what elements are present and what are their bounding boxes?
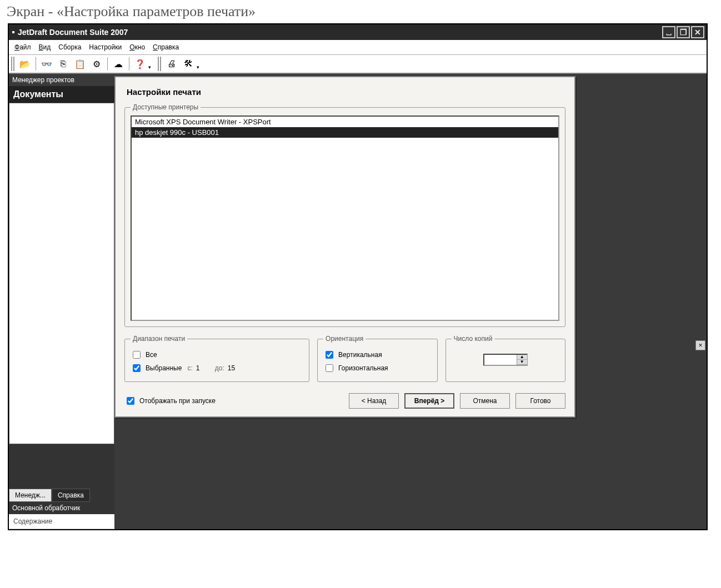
- menubar: Файл Вид Сборка Настройки Окно Справка: [9, 40, 707, 55]
- range-from-label: с:: [187, 364, 192, 372]
- toolbar: 📂 👓 ⎘ 📋 ⚙ ☁ ❓ ▾ 🖨 🛠 ▾: [9, 55, 707, 74]
- sidebar-tabs: Менедж... Справка: [9, 489, 114, 502]
- client-area: Менеджер проектов Документы Менедж... Сп…: [9, 74, 707, 529]
- tab-help[interactable]: Справка: [52, 489, 90, 502]
- app-window: JetDraft Document Suite 2007 ⎵ ❐ ✕ Файл …: [8, 23, 708, 530]
- separator: [36, 57, 36, 71]
- documents-heading: Документы: [9, 86, 114, 103]
- range-all-checkbox[interactable]: Все: [131, 349, 303, 360]
- range-selected-label: Выбранные: [146, 364, 182, 372]
- toolbar-paste-icon[interactable]: 📋: [73, 57, 87, 71]
- documents-tree[interactable]: [9, 103, 114, 444]
- options-row: Диапазон печати Все Выбранные с: 1 до:: [124, 335, 565, 382]
- copies-spinner[interactable]: ▲ ▼: [483, 354, 528, 366]
- range-selected-checkbox[interactable]: Выбранные с: 1 до: 15: [131, 363, 303, 374]
- next-button[interactable]: Вперёд >: [404, 393, 454, 409]
- range-to-label: до:: [215, 364, 224, 372]
- separator: [107, 57, 108, 71]
- printers-fieldset: Доступные принтеры Microsoft XPS Documen…: [124, 103, 565, 327]
- toolbar-cloud-icon[interactable]: ☁: [111, 57, 126, 71]
- orientation-horizontal-input[interactable]: [326, 364, 333, 372]
- copies-fieldset: Число копий ▲ ▼: [445, 335, 565, 382]
- menu-settings[interactable]: Настройки: [89, 43, 122, 51]
- orientation-vertical-input[interactable]: [326, 351, 333, 359]
- dropdown-indicator-icon[interactable]: ▾: [148, 64, 151, 70]
- toolbar-gear-icon[interactable]: ⚙: [89, 57, 104, 71]
- menu-view[interactable]: Вид: [39, 43, 51, 51]
- range-to-value[interactable]: 15: [228, 364, 243, 372]
- orientation-vertical-label: Вертикальная: [338, 351, 382, 359]
- menu-help[interactable]: Справка: [153, 43, 179, 51]
- toolbar-copy-icon[interactable]: ⎘: [56, 57, 71, 71]
- printer-list[interactable]: Microsoft XPS Document Writer - XPSPort …: [131, 115, 559, 321]
- main-processor-title: Основной обработчик: [9, 502, 114, 514]
- show-on-start-input[interactable]: [127, 397, 134, 405]
- spin-down-button[interactable]: ▼: [517, 360, 527, 365]
- range-all-input[interactable]: [133, 351, 141, 359]
- menu-window[interactable]: Окно: [129, 43, 145, 51]
- print-settings-dialog: Настройки печати Доступные принтеры Micr…: [114, 76, 575, 418]
- print-range-legend: Диапазон печати: [131, 335, 187, 343]
- minimize-button[interactable]: ⎵: [662, 26, 675, 38]
- orientation-vertical-checkbox[interactable]: Вертикальная: [323, 349, 431, 360]
- mdi-area: × Настройки печати Доступные принтеры Mi…: [114, 74, 707, 529]
- toolbar-print-icon[interactable]: 🖨: [164, 57, 179, 71]
- toolbar-grip[interactable]: [11, 57, 14, 71]
- toolbar-help-icon[interactable]: ❓: [133, 57, 147, 71]
- dialog-button-row: Отображать при запуске < Назад Вперёд > …: [124, 393, 565, 409]
- window-title: JetDraft Document Suite 2007: [18, 28, 662, 37]
- project-manager-title: Менеджер проектов: [9, 74, 114, 86]
- finish-button[interactable]: Готово: [515, 393, 565, 409]
- orientation-horizontal-checkbox[interactable]: Горизонтальная: [323, 363, 431, 374]
- show-on-start-label: Отображать при запуске: [139, 397, 216, 405]
- copies-legend: Число копий: [452, 335, 495, 343]
- page-caption: Экран - «Настройка параметров печати»: [0, 0, 721, 23]
- toolbar-glasses-icon[interactable]: 👓: [39, 57, 54, 71]
- close-button[interactable]: ✕: [691, 26, 704, 38]
- dropdown-indicator-icon[interactable]: ▾: [197, 64, 199, 70]
- menu-file[interactable]: Файл: [14, 43, 31, 51]
- titlebar: JetDraft Document Suite 2007 ⎵ ❐ ✕: [9, 24, 707, 40]
- back-button[interactable]: < Назад: [349, 393, 399, 409]
- panel-close-button[interactable]: ×: [695, 340, 705, 350]
- show-on-start-checkbox[interactable]: Отображать при запуске: [124, 395, 216, 406]
- cancel-button[interactable]: Отмена: [460, 393, 510, 409]
- printers-legend: Доступные принтеры: [131, 103, 201, 111]
- orientation-horizontal-label: Горизонтальная: [338, 364, 388, 372]
- range-selected-input[interactable]: [133, 364, 141, 372]
- copies-input[interactable]: [484, 355, 517, 365]
- sidebar: Менеджер проектов Документы Менедж... Сп…: [9, 74, 114, 529]
- toolbar-open-icon[interactable]: 📂: [18, 57, 32, 71]
- range-from-value[interactable]: 1: [196, 364, 212, 372]
- range-all-label: Все: [146, 351, 157, 359]
- printer-item[interactable]: hp deskjet 990c - USB001: [132, 127, 558, 138]
- dialog-title: Настройки печати: [127, 87, 565, 97]
- sidebar-spacer: [9, 444, 114, 489]
- orientation-fieldset: Ориентация Вертикальная Горизонтальная: [317, 335, 437, 382]
- menu-build[interactable]: Сборка: [58, 43, 81, 51]
- orientation-legend: Ориентация: [323, 335, 365, 343]
- maximize-button[interactable]: ❐: [677, 26, 690, 38]
- printer-item[interactable]: Microsoft XPS Document Writer - XPSPort: [132, 117, 558, 127]
- toolbar-tools-icon[interactable]: 🛠: [181, 57, 196, 71]
- print-range-fieldset: Диапазон печати Все Выбранные с: 1 до:: [124, 335, 309, 382]
- separator: [129, 57, 129, 71]
- app-icon: [12, 31, 14, 33]
- content-label: Содержание: [9, 514, 114, 529]
- toolbar-grip[interactable]: [158, 57, 161, 71]
- tab-manager[interactable]: Менедж...: [9, 489, 52, 502]
